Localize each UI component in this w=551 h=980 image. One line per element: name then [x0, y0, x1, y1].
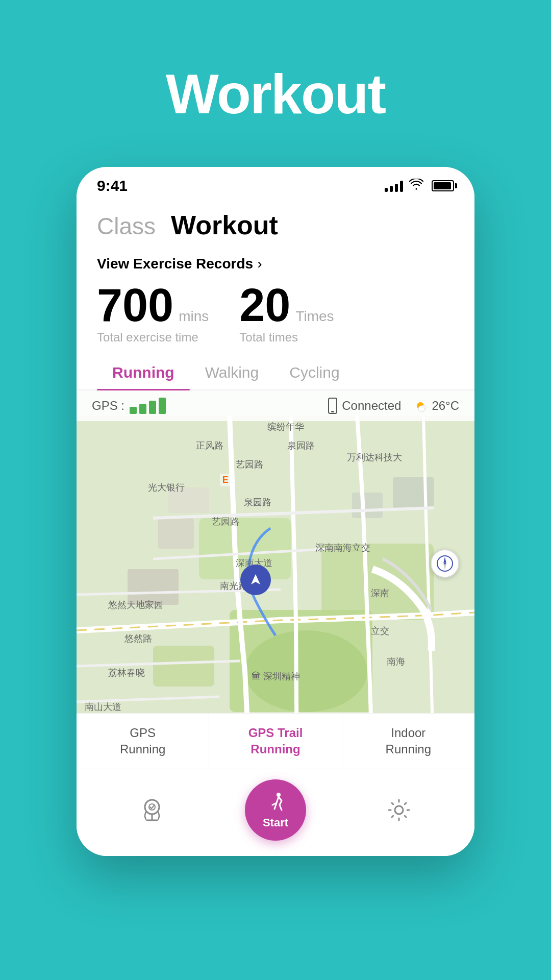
- map-label-nanhai: 南海: [387, 655, 405, 668]
- mode-trail-label2: Running: [251, 742, 300, 756]
- signal-bar-2: [390, 186, 393, 192]
- signal-bar-1: [385, 188, 388, 192]
- nav-achievement[interactable]: [134, 792, 170, 828]
- svg-rect-9: [393, 477, 434, 508]
- weather-info: 26°C: [413, 399, 459, 413]
- location-pin: [240, 565, 271, 595]
- svg-rect-4: [321, 544, 434, 620]
- svg-rect-3: [153, 646, 214, 687]
- gps-bar-1: [130, 407, 137, 414]
- map-area: GPS : Connected: [77, 390, 474, 769]
- stat-total-times: 20 Times Total times: [239, 282, 334, 345]
- map-label-guandabank: 光大银行: [148, 481, 185, 494]
- nav-tabs: Class Workout: [97, 210, 454, 240]
- status-bar: 9:41: [77, 167, 474, 200]
- mode-trail-label1: GPS Trail: [248, 726, 303, 740]
- temperature-label: 26°C: [432, 399, 459, 413]
- runner-icon: [264, 791, 287, 813]
- gps-status-bar: GPS : Connected: [77, 390, 474, 421]
- page-title: Workout: [0, 61, 551, 126]
- gps-right-status: Connected 26°C: [328, 398, 459, 414]
- svg-point-19: [444, 562, 446, 565]
- app-header: Class Workout: [77, 200, 474, 246]
- map-label-yiyuan2: 艺园路: [212, 516, 239, 528]
- achievement-icon: [139, 797, 165, 823]
- navigation-arrow-icon: [248, 572, 263, 587]
- phone-connected-icon: [328, 398, 338, 414]
- compass[interactable]: [431, 549, 459, 578]
- gps-label: GPS :: [92, 399, 124, 413]
- nav-settings[interactable]: [381, 792, 417, 828]
- stat-time-unit: mins: [179, 308, 209, 325]
- achievement-icon-container: [134, 792, 170, 828]
- map-label-lichun: 荔林春晓: [108, 667, 145, 679]
- signal-bar-3: [395, 184, 398, 192]
- settings-icon-container: [381, 792, 417, 828]
- gps-bar-3: [149, 401, 156, 414]
- stat-times-unit: Times: [295, 308, 334, 325]
- bottom-nav: Start: [77, 769, 474, 856]
- map-label-E: E: [220, 474, 231, 486]
- battery-icon: [432, 180, 454, 191]
- weather-icon: [413, 399, 428, 413]
- map-label-hailijiao: 深南南海立交: [315, 542, 370, 554]
- map-label-youranlu: 悠然路: [124, 632, 152, 645]
- map-label-nanshan: 南山大道: [85, 701, 121, 713]
- activity-tabs: Running Walking Cycling: [77, 355, 474, 390]
- map-label-binfen: 缤纷年华: [267, 421, 304, 433]
- connected-status: Connected: [328, 398, 401, 414]
- stat-times-number: 20: [239, 282, 290, 328]
- tab-running[interactable]: Running: [97, 355, 190, 389]
- mode-gps-trail-running[interactable]: GPS Trail Running: [209, 714, 342, 769]
- battery-fill: [434, 182, 451, 189]
- map-label-wanlida: 万利达科技大: [347, 451, 402, 463]
- gps-bar-2: [139, 404, 146, 414]
- stat-exercise-time: 700 mins Total exercise time: [97, 282, 209, 345]
- mode-gps-running-label: GPS: [130, 726, 156, 740]
- settings-icon: [386, 797, 412, 823]
- status-time: 9:41: [97, 177, 128, 194]
- map-label-quanyuan: 泉园路: [287, 439, 315, 452]
- stat-times-value-row: 20 Times: [239, 282, 334, 328]
- mode-indoor-label2: Running: [386, 742, 431, 756]
- mode-gps-running-label2: Running: [120, 742, 165, 756]
- tab-workout[interactable]: Workout: [171, 210, 278, 240]
- start-run-icon: [264, 791, 287, 816]
- map-label-youran: 悠然天地家园: [108, 599, 163, 611]
- map-label-shennan2: 深南: [371, 587, 389, 599]
- map-label-zhengfeng: 正风路: [196, 439, 223, 452]
- gps-indicator: GPS :: [92, 398, 166, 414]
- signal-bar-4: [400, 181, 403, 192]
- map-label-lijiao: 立交: [371, 625, 389, 637]
- svg-point-14: [418, 406, 424, 412]
- map-label-yiyuan: 艺园路: [236, 458, 263, 471]
- running-mode-selector: GPS Running GPS Trail Running Indoor Run…: [77, 713, 474, 769]
- start-button[interactable]: Start: [245, 779, 306, 841]
- mode-indoor-label1: Indoor: [391, 726, 425, 740]
- gps-bar-4: [159, 398, 166, 414]
- svg-marker-15: [251, 574, 260, 584]
- wifi-icon: [409, 179, 423, 193]
- page-header: Workout: [0, 0, 551, 167]
- mode-indoor-running[interactable]: Indoor Running: [342, 714, 474, 769]
- signal-bars-icon: [385, 180, 403, 192]
- svg-rect-5: [158, 518, 194, 549]
- phone-frame: 9:41: [77, 167, 474, 856]
- tab-walking[interactable]: Walking: [190, 355, 274, 389]
- mode-gps-running[interactable]: GPS Running: [77, 714, 209, 769]
- tab-cycling[interactable]: Cycling: [274, 355, 355, 389]
- stats-row: 700 mins Total exercise time 20 Times To…: [77, 277, 474, 355]
- stat-times-label: Total times: [239, 330, 334, 345]
- stat-time-label: Total exercise time: [97, 330, 209, 345]
- records-link[interactable]: View Exercise Records ›: [77, 246, 474, 277]
- connected-label: Connected: [342, 399, 401, 413]
- gps-signal-bars: [130, 398, 166, 414]
- svg-point-23: [395, 806, 403, 814]
- records-link-text: View Exercise Records: [97, 256, 253, 272]
- svg-rect-11: [331, 411, 334, 412]
- svg-rect-8: [352, 493, 383, 518]
- stat-time-value-row: 700 mins: [97, 282, 209, 328]
- compass-icon: [436, 555, 454, 572]
- tab-class[interactable]: Class: [97, 212, 156, 240]
- stat-time-number: 700: [97, 282, 173, 328]
